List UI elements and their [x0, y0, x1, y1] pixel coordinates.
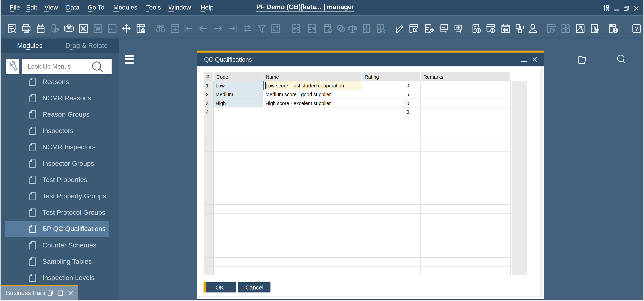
svg-text:?: ? [635, 25, 638, 32]
svg-text:A: A [273, 25, 275, 29]
svg-text:$: $ [329, 29, 331, 32]
svg-text:$: $ [378, 27, 380, 31]
svg-text:S: S [581, 28, 584, 32]
svg-text:Z: Z [276, 29, 278, 33]
svg-text:$: $ [341, 28, 343, 31]
svg-text:PDF: PDF [109, 27, 115, 31]
svg-text:$: $ [364, 27, 366, 31]
